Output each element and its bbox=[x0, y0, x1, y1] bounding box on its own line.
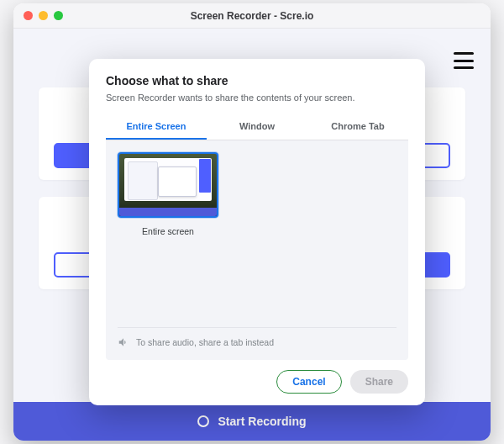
start-recording-button[interactable]: Start Recording bbox=[13, 402, 491, 441]
tab-entire-screen[interactable]: Entire Screen bbox=[106, 114, 207, 140]
tab-window[interactable]: Window bbox=[207, 114, 307, 140]
modal-title: Choose what to share bbox=[106, 74, 408, 87]
app-window: Screen Recorder - Scre.io Start Recordin… bbox=[13, 3, 491, 441]
maximize-window-icon[interactable] bbox=[54, 11, 63, 20]
speaker-icon bbox=[118, 336, 129, 348]
tab-chrome-tab[interactable]: Chrome Tab bbox=[307, 114, 408, 140]
audio-note-text: To share audio, share a tab instead bbox=[136, 337, 274, 347]
modal-description: Screen Recorder wants to share the conte… bbox=[106, 92, 408, 103]
close-window-icon[interactable] bbox=[24, 11, 33, 20]
screen-thumbnail bbox=[118, 152, 218, 218]
screen-option[interactable]: Entire screen bbox=[118, 152, 227, 236]
menu-icon[interactable] bbox=[454, 52, 474, 69]
app-body: Start Recording Choose what to share Scr… bbox=[13, 29, 491, 441]
window-title: Screen Recorder - Scre.io bbox=[13, 10, 491, 22]
minimize-window-icon[interactable] bbox=[39, 11, 48, 20]
record-icon bbox=[197, 415, 209, 427]
screen-thumbnail-label: Entire screen bbox=[118, 226, 218, 236]
share-button: Share bbox=[350, 370, 408, 394]
titlebar: Screen Recorder - Scre.io bbox=[13, 3, 491, 29]
share-modal: Choose what to share Screen Recorder wan… bbox=[89, 59, 425, 405]
window-controls bbox=[24, 11, 63, 20]
modal-footer: Cancel Share bbox=[106, 370, 408, 394]
share-tabs: Entire Screen Window Chrome Tab bbox=[106, 114, 408, 140]
start-recording-label: Start Recording bbox=[218, 415, 306, 428]
audio-note: To share audio, share a tab instead bbox=[118, 327, 396, 348]
tab-content: Entire screen To share audio, share a ta… bbox=[106, 140, 408, 360]
cancel-button[interactable]: Cancel bbox=[276, 370, 341, 394]
